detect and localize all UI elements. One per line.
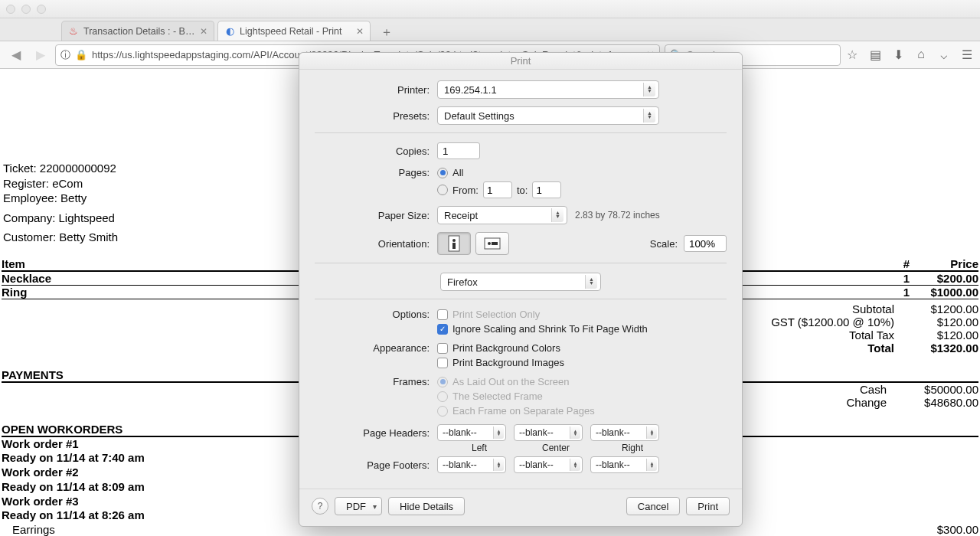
downloads-icon[interactable]: ⬇: [891, 47, 905, 62]
new-tab-button[interactable]: ＋: [378, 24, 395, 41]
page-headers-label: Page Headers:: [315, 427, 437, 439]
svg-rect-4: [492, 242, 498, 245]
menu-icon[interactable]: ☰: [960, 47, 974, 62]
page-footers-label: Page Footers:: [315, 459, 437, 471]
bookmark-icon[interactable]: ☆: [845, 47, 859, 62]
svg-point-5: [488, 242, 491, 245]
flame-icon: ♨: [68, 26, 79, 37]
print-selection-checkbox: [437, 309, 448, 320]
pages-label: Pages:: [315, 167, 437, 178]
frames-label: Frames:: [315, 376, 437, 387]
bg-colors-label: Print Background Colors: [452, 342, 560, 354]
home-icon[interactable]: ⌂: [914, 47, 928, 62]
chevron-updown-icon: ▲▼: [551, 208, 564, 222]
papersize-select[interactable]: Receipt▲▼: [437, 206, 567, 224]
frames-separate-label: Each Frame on Separate Pages: [452, 405, 595, 417]
printer-label: Printer:: [315, 84, 437, 96]
pages-range-radio[interactable]: [437, 185, 448, 195]
svg-point-2: [452, 239, 456, 242]
papersize-label: Paper Size:: [315, 210, 437, 221]
copies-input[interactable]: [437, 142, 480, 159]
chevron-updown-icon: ▲▼: [643, 83, 655, 96]
footer-center-select[interactable]: --blank--▲▼: [514, 456, 583, 473]
print-dialog: Print Printer: 169.254.1.1▲▼ Presets: De…: [299, 52, 743, 527]
pages-all-label: All: [452, 167, 463, 178]
close-icon[interactable]: ✕: [356, 26, 364, 37]
frames-selected-label: The Selected Frame: [452, 391, 543, 402]
options-label: Options:: [315, 309, 437, 320]
window-titlebar: [0, 0, 980, 18]
tab-lightspeed-print[interactable]: ◐ Lightspeed Retail - Print ✕: [217, 21, 371, 41]
pages-all-radio[interactable]: [437, 168, 448, 178]
forward-button: ▶: [31, 45, 51, 65]
bg-images-label: Print Background Images: [452, 357, 564, 368]
chevron-updown-icon: ▲▼: [646, 459, 657, 471]
header-right-select[interactable]: --blank--▲▼: [590, 424, 659, 441]
window-maximize[interactable]: [37, 5, 46, 14]
window-close[interactable]: [6, 5, 15, 14]
frames-layout-radio: [437, 377, 448, 387]
loading-icon: ◐: [224, 26, 235, 37]
traffic-lights: [6, 5, 46, 14]
info-icon[interactable]: ⓘ: [60, 48, 70, 62]
window-minimize[interactable]: [21, 5, 31, 14]
presets-select[interactable]: Default Settings▲▼: [437, 106, 659, 125]
frames-selected-radio: [437, 391, 448, 402]
close-icon[interactable]: ✕: [200, 26, 207, 37]
dialog-footer: ? PDF Hide Details Cancel Print: [299, 489, 742, 526]
bg-images-checkbox[interactable]: [437, 358, 448, 368]
dialog-title: Print: [299, 53, 742, 70]
presets-label: Presets:: [315, 110, 437, 122]
tab-label: Lightspeed Retail - Print: [240, 26, 351, 37]
chevron-updown-icon: ▲▼: [493, 459, 504, 471]
print-selection-label: Print Selection Only: [452, 309, 540, 320]
tab-transaction-details[interactable]: ♨ Transaction Details : - Blad… ✕: [61, 21, 214, 41]
ignore-scaling-label: Ignore Scaling and Shrink To Fit Page Wi…: [452, 323, 648, 335]
pdf-button[interactable]: PDF: [335, 497, 382, 515]
orientation-portrait[interactable]: [437, 232, 471, 255]
back-button[interactable]: ◀: [6, 45, 26, 65]
tab-label: Transaction Details : - Blad…: [83, 26, 195, 37]
hf-position-labels: Left Center Right: [445, 443, 727, 453]
svg-rect-1: [452, 243, 456, 249]
chevron-updown-icon: ▲▼: [570, 459, 580, 471]
copies-label: Copies:: [315, 145, 437, 157]
frames-separate-radio: [437, 406, 448, 417]
col-qty: #: [879, 257, 910, 270]
app-select[interactable]: Firefox▲▼: [440, 273, 601, 291]
pages-from-input[interactable]: [483, 181, 512, 198]
chevron-updown-icon: ▲▼: [570, 427, 580, 439]
orientation-landscape[interactable]: [475, 232, 509, 255]
scale-input[interactable]: [684, 235, 727, 252]
footer-left-select[interactable]: --blank--▲▼: [437, 456, 506, 473]
header-left-select[interactable]: --blank--▲▼: [437, 424, 506, 441]
tab-bar: ♨ Transaction Details : - Blad… ✕ ◐ Ligh…: [0, 18, 980, 41]
orientation-label: Orientation:: [315, 238, 437, 250]
printer-select[interactable]: 169.254.1.1▲▼: [437, 80, 659, 99]
help-button[interactable]: ?: [312, 498, 328, 515]
ignore-scaling-checkbox[interactable]: ✓: [437, 324, 448, 335]
history-icon[interactable]: ▤: [868, 47, 882, 62]
print-button[interactable]: Print: [686, 497, 730, 515]
toolbar-icons: ☆ ▤ ⬇ ⌂ ⌵ ☰: [845, 47, 974, 62]
cancel-button[interactable]: Cancel: [626, 497, 680, 515]
appearance-label: Appearance:: [315, 342, 437, 354]
papersize-dimensions: 2.83 by 78.72 inches: [575, 210, 660, 221]
frames-layout-label: As Laid Out on the Screen: [452, 376, 569, 387]
chevron-updown-icon: ▲▼: [646, 427, 657, 439]
footer-right-select[interactable]: --blank--▲▼: [590, 456, 659, 473]
pages-to-input[interactable]: [532, 181, 561, 198]
hide-details-button[interactable]: Hide Details: [388, 497, 465, 515]
pages-to-label: to:: [517, 185, 528, 196]
chevron-updown-icon: ▲▼: [493, 427, 504, 439]
chevron-updown-icon: ▲▼: [643, 109, 655, 123]
lock-icon: 🔒: [75, 49, 87, 60]
pages-from-label: From:: [452, 185, 479, 196]
pocket-icon[interactable]: ⌵: [937, 47, 951, 62]
chevron-updown-icon: ▲▼: [585, 275, 597, 289]
bg-colors-checkbox[interactable]: [437, 343, 448, 354]
header-center-select[interactable]: --blank--▲▼: [514, 424, 583, 441]
col-price: Price: [910, 257, 978, 270]
scale-label: Scale:: [650, 238, 678, 250]
